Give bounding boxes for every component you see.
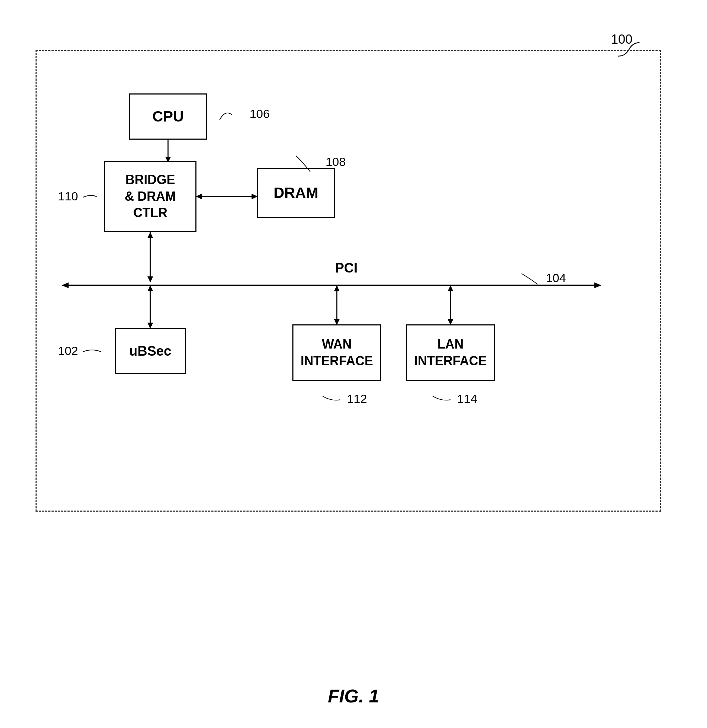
- cpu-ref: 106: [250, 107, 270, 120]
- wan-label: WANINTERFACE: [300, 336, 373, 370]
- ref-110: 110: [58, 189, 99, 203]
- bridge-box: BRIDGE& DRAMCTLR: [104, 161, 196, 232]
- svg-marker-7: [196, 194, 202, 199]
- dram-label: DRAM: [274, 184, 318, 201]
- ref-106: 106: [218, 106, 270, 124]
- lan-label: LANINTERFACE: [414, 336, 487, 370]
- pci-label: PCI: [335, 260, 358, 276]
- wan-ref: 112: [347, 392, 367, 405]
- ref-114: 114: [431, 392, 477, 406]
- svg-marker-9: [62, 282, 69, 288]
- svg-marker-13: [147, 285, 153, 291]
- ubsec-ref: 102: [58, 344, 78, 357]
- cpu-box: CPU: [129, 94, 207, 140]
- outer-box: CPU 106 BRIDGE& DRAMCTLR 110 DRAM: [36, 50, 661, 511]
- lan-ref: 114: [457, 392, 477, 405]
- bridge-label: BRIDGE& DRAMCTLR: [125, 172, 176, 221]
- dram-ref: 108: [325, 155, 346, 168]
- dram-box: DRAM: [257, 168, 335, 218]
- ubsec-label: uBSec: [129, 344, 171, 359]
- cpu-label: CPU: [152, 108, 184, 125]
- svg-marker-10: [594, 282, 602, 288]
- svg-marker-4: [147, 232, 153, 238]
- lan-box: LANINTERFACE: [406, 324, 495, 381]
- pci-text: PCI: [335, 260, 358, 275]
- diagram-container: 100: [29, 29, 675, 615]
- fig-title: FIG. 1: [328, 686, 379, 706]
- ubsec-box: uBSec: [115, 328, 186, 374]
- ref-102: 102: [58, 344, 103, 358]
- ref-108: 108: [292, 152, 346, 173]
- ref-112: 112: [321, 392, 367, 406]
- svg-marker-16: [334, 285, 340, 291]
- figure-caption: FIG. 1: [0, 685, 707, 707]
- bridge-ref: 110: [58, 189, 78, 203]
- svg-marker-19: [448, 285, 453, 291]
- pci-ref: 104: [546, 271, 566, 285]
- ref-104: 104: [520, 271, 566, 286]
- svg-marker-3: [147, 276, 153, 282]
- wan-box: WANINTERFACE: [292, 324, 381, 381]
